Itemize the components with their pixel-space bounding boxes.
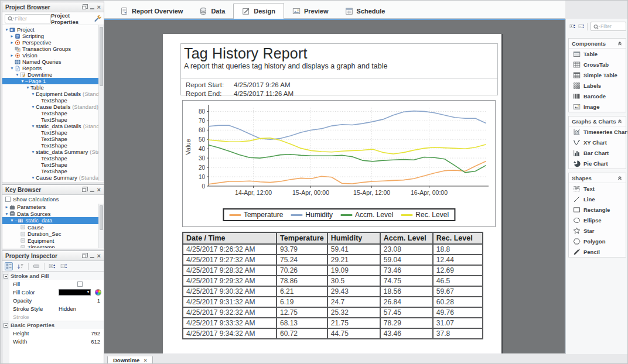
tree-item-equipment[interactable]: Equipment <box>2 238 104 245</box>
tree-item-perspective[interactable]: ▸Perspective <box>2 39 104 46</box>
property-row-fill-color[interactable]: Fill Color▾ <box>2 288 104 296</box>
report-data-table[interactable]: Date / TimeTemperatureHumidityAccm. Leve… <box>182 232 483 339</box>
tree-item-cause-summary[interactable]: ▾Cause Summary(Standard) <box>2 174 104 181</box>
design-canvas[interactable]: Tag History Report A report that queries… <box>104 19 565 353</box>
tree-item-textshape[interactable]: TextShape <box>2 129 104 136</box>
palette-filter-box[interactable] <box>591 22 626 31</box>
expand-arrow-icon[interactable]: ▾ <box>15 72 20 77</box>
property-section-basic-properties[interactable]: Basic Properties <box>2 321 104 329</box>
palette-item-polygon[interactable]: Polygon <box>569 236 626 246</box>
expand-arrow-icon[interactable]: ▸ <box>9 33 15 39</box>
close-tab-icon[interactable]: × <box>144 358 146 363</box>
minimize-icon[interactable] <box>90 254 94 258</box>
timeseries-chart[interactable]: 0102030405060708014-Apr, 12:0015-Apr, 00… <box>182 100 496 227</box>
tree-item-static-data-summary[interactable]: ▾static_data Summary(Standard) <box>2 149 104 155</box>
expand-arrow-icon[interactable]: ▾ <box>20 78 25 84</box>
property-row-opacity[interactable]: Opacity1 <box>2 296 104 304</box>
collapse-section-icon[interactable] <box>4 323 8 328</box>
tree-item-page-1[interactable]: ▾–Page 1 <box>2 78 104 84</box>
palette-item-timeseries-chart[interactable]: Timeseries Chart <box>569 126 626 137</box>
tree-item-textshape[interactable]: TextShape <box>2 142 104 149</box>
expand-arrow-icon[interactable]: ▾ <box>9 66 15 71</box>
palette-item-pie-chart[interactable]: Pie Chart <box>569 158 626 169</box>
expand-all-icon[interactable] <box>569 22 576 30</box>
expand-arrow-icon[interactable]: ▾ <box>4 27 9 32</box>
palette-item-table[interactable]: Table <box>569 49 626 59</box>
property-section-stroke-and-fill[interactable]: Stroke and Fill <box>2 272 104 280</box>
tree-item-named-queries[interactable]: Named Queries <box>2 59 104 65</box>
property-row-fill[interactable]: Fill <box>2 280 104 288</box>
expand-arrow-icon[interactable]: ▾ <box>30 123 36 129</box>
expand-arrow-icon[interactable]: ▾ <box>30 104 36 109</box>
tree-item-parameters[interactable]: ▸Parameters <box>2 204 104 211</box>
palette-item-labels[interactable]: Labels <box>569 80 626 91</box>
tree-item-cause-details[interactable]: ▾Cause Details(Standard) <box>2 104 104 110</box>
expand-all-icon[interactable] <box>48 262 56 270</box>
tab-downtime[interactable]: Downtime × <box>107 356 153 364</box>
tree-item-table[interactable]: ▾Table <box>2 84 104 91</box>
project-properties-button[interactable]: Project Properties <box>51 12 101 25</box>
report-title-block[interactable]: Tag History Report A report that queries… <box>180 43 498 95</box>
collapse-all-icon[interactable] <box>60 262 68 270</box>
expand-arrow-icon[interactable]: ▸ <box>4 204 9 210</box>
tree-item-textshape[interactable]: TextShape <box>2 110 104 116</box>
expand-arrow-icon[interactable]: ▸ <box>9 40 15 45</box>
float-icon[interactable] <box>82 255 86 258</box>
tree-item-project[interactable]: ▾Project <box>2 26 104 33</box>
tab-preview[interactable]: Preview <box>284 4 337 18</box>
palette-section-header[interactable]: Shapes <box>569 173 626 183</box>
expand-arrow-icon[interactable]: ▾ <box>4 211 9 217</box>
palette-item-star[interactable]: Star <box>569 225 626 236</box>
tab-schedule[interactable]: Schedule <box>337 4 394 18</box>
tree-item-cause[interactable]: Cause <box>2 224 104 231</box>
tree-item-scripting[interactable]: ▸Scripting <box>2 33 104 39</box>
tree-item-duration-sec[interactable]: Duration_Sec <box>2 231 104 238</box>
float-icon[interactable] <box>82 188 86 192</box>
float-icon[interactable] <box>82 6 86 9</box>
tab-data[interactable]: Data <box>191 4 233 18</box>
minimize-icon[interactable] <box>90 5 94 9</box>
expand-arrow-icon[interactable]: ▸ <box>9 53 15 58</box>
palette-section-header[interactable]: Components <box>569 39 626 49</box>
palette-item-bar-chart[interactable]: Bar Chart <box>569 147 626 158</box>
palette-item-rectangle[interactable]: Rectangle <box>569 204 626 215</box>
palette-item-image[interactable]: Image <box>569 101 626 112</box>
palette-section-header[interactable]: Graphs & Charts <box>569 116 626 126</box>
expand-arrow-icon[interactable]: ▾ <box>9 218 15 223</box>
minimize-icon[interactable] <box>90 188 94 192</box>
tree-item-timestamp[interactable]: Timestamp <box>2 244 104 248</box>
expand-arrow-icon[interactable]: ▾ <box>30 91 36 97</box>
editor-icon[interactable] <box>32 262 40 270</box>
collapse-all-icon[interactable] <box>578 22 585 30</box>
close-icon[interactable]: × <box>97 253 101 259</box>
close-icon[interactable]: × <box>97 187 101 193</box>
categorize-icon[interactable] <box>5 262 13 270</box>
expand-arrow-icon[interactable]: ▾ <box>30 175 36 180</box>
property-row-height[interactable]: Height792 <box>2 329 104 337</box>
scrollbar[interactable] <box>98 25 104 181</box>
project-filter-input[interactable] <box>15 15 49 22</box>
palette-item-pencil[interactable]: Pencil <box>569 246 626 257</box>
property-value[interactable]: 612 <box>91 338 101 345</box>
tree-item-vision[interactable]: ▸Vision <box>2 52 104 59</box>
tree-item-equipment-details[interactable]: ▾Equipment Details(Standard) <box>2 91 104 97</box>
palette-item-crosstab[interactable]: CrossTab <box>569 59 626 70</box>
tree-item-textshape[interactable]: TextShape <box>2 116 104 123</box>
tree-item-textshape[interactable]: TextShape <box>2 168 104 174</box>
tab-design[interactable]: Design <box>233 3 284 19</box>
palette-item-ellipse[interactable]: Ellipse <box>569 215 626 225</box>
project-filter-box[interactable] <box>5 14 51 23</box>
fill-checkbox[interactable] <box>77 281 83 287</box>
tree-item-static-data[interactable]: ▾–static_data <box>2 217 104 224</box>
palette-item-xy-chart[interactable]: XY Chart <box>569 137 626 147</box>
tree-item-textshape[interactable]: TextShape <box>2 97 104 104</box>
property-row-stroke-style[interactable]: Stroke StyleHidden <box>2 304 104 313</box>
property-value[interactable]: 1 <box>97 297 101 304</box>
expand-arrow-icon[interactable]: ▾ <box>25 85 30 90</box>
palette-item-simple-table[interactable]: Simple Table <box>569 70 626 80</box>
tree-item-textshape[interactable]: TextShape <box>2 136 104 142</box>
chevron-double-up-icon[interactable] <box>617 118 623 124</box>
tree-item-textshape[interactable]: TextShape <box>2 162 104 168</box>
tree-item-transaction-groups[interactable]: Transaction Groups <box>2 46 104 52</box>
tree-item-downtime[interactable]: ▾Downtime <box>2 71 104 78</box>
